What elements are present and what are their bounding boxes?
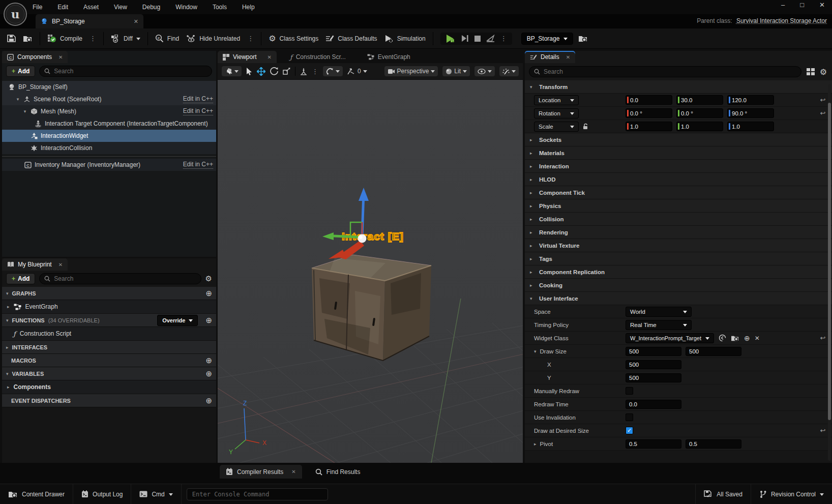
close-icon[interactable]: ✕ xyxy=(566,54,570,60)
console-command-input[interactable] xyxy=(187,488,328,500)
snap-options-icon[interactable]: ⋮ xyxy=(312,68,318,75)
timing-policy-dropdown[interactable]: Real Time xyxy=(626,320,692,330)
eventgraph-row[interactable]: ▸ EventGraph xyxy=(2,300,216,314)
gear-icon[interactable]: ⚙ xyxy=(820,67,827,77)
close-window-button[interactable]: ✕ xyxy=(819,1,825,9)
browse-to-asset-icon[interactable] xyxy=(731,335,739,342)
lock-open-icon[interactable] xyxy=(582,123,588,130)
tree-row-scene-root[interactable]: ▾ Scene Root (SceneRoot) Edit in C++ xyxy=(2,93,216,105)
location-y-field[interactable] xyxy=(676,95,723,105)
lit-mode-dropdown[interactable]: Lit xyxy=(442,66,470,76)
rotation-snap-dropdown[interactable] xyxy=(323,66,343,76)
details-search[interactable] xyxy=(529,66,801,77)
add-event-dispatcher-icon[interactable]: ⊕ xyxy=(205,396,212,405)
compile-button[interactable]: Compile xyxy=(47,34,82,43)
interfaces-section-header[interactable]: ▸ INTERFACES xyxy=(2,341,216,354)
draw-at-desired-size-checkbox[interactable]: ✓ xyxy=(626,427,633,434)
components-search[interactable] xyxy=(39,66,212,77)
section-materials[interactable]: ▸Materials xyxy=(525,146,832,160)
use-invalidation-checkbox[interactable]: ✓ xyxy=(626,413,633,421)
section-component-tick[interactable]: ▸Component Tick xyxy=(525,186,832,199)
rotation-z-field[interactable] xyxy=(727,108,774,118)
active-blueprint-dropdown[interactable]: BP_Storage xyxy=(521,33,574,45)
scrollbar-thumb[interactable] xyxy=(828,103,831,420)
section-sockets[interactable]: ▸Sockets xyxy=(525,133,832,146)
class-defaults-button[interactable]: Class Defaults xyxy=(325,35,377,42)
caret-down-icon[interactable]: ▾ xyxy=(22,109,27,114)
tree-row-inventory-manager[interactable]: C Inventory Manager (InventoryManager) E… xyxy=(2,159,216,171)
section-virtual-texture[interactable]: ▸Virtual Texture xyxy=(525,239,832,252)
caret-right-icon[interactable]: ▸ xyxy=(7,304,10,309)
macros-section-header[interactable]: MACROS ⊕ xyxy=(2,354,216,367)
menu-edit[interactable]: Edit xyxy=(57,4,68,11)
revision-control-button[interactable]: Revision Control xyxy=(751,484,832,504)
parent-class-link[interactable]: Survival Interaction Storage Actor xyxy=(736,17,827,24)
rotation-dropdown[interactable]: Rotation xyxy=(534,108,579,118)
stop-icon[interactable] xyxy=(474,35,481,42)
add-blueprint-item-button[interactable]: + Add xyxy=(6,273,35,284)
hide-unrelated-button[interactable]: Hide Unrelated xyxy=(186,35,240,43)
reset-draw-at-desired-size-icon[interactable]: ↩ xyxy=(818,427,828,434)
add-macro-icon[interactable]: ⊕ xyxy=(205,356,212,365)
section-cooking[interactable]: ▸Cooking xyxy=(525,279,832,292)
scale-y-field[interactable] xyxy=(676,122,723,131)
tree-row-mesh[interactable]: ▾ Mesh (Mesh) Edit in C++ xyxy=(2,105,216,117)
location-z-field[interactable] xyxy=(727,95,774,105)
close-icon[interactable]: ✕ xyxy=(58,54,63,60)
components-search-input[interactable] xyxy=(54,68,207,75)
frame-skip-icon[interactable] xyxy=(461,35,469,42)
my-blueprint-tab[interactable]: My Blueprint ✕ xyxy=(2,258,68,271)
show-flags-dropdown[interactable] xyxy=(474,66,495,76)
variables-section-header[interactable]: ▾ VARIABLES ⊕ xyxy=(2,367,216,380)
asset-tab-bp-storage[interactable]: BP_Storage ✕ xyxy=(36,14,143,28)
unreal-logo[interactable]: u xyxy=(3,2,27,26)
close-icon[interactable]: ✕ xyxy=(58,262,63,268)
add-function-icon[interactable]: ⊕ xyxy=(205,316,212,325)
add-component-button[interactable]: + Add xyxy=(6,66,35,77)
browse-blueprint-icon[interactable] xyxy=(578,35,588,43)
diff-button[interactable]: Diff xyxy=(111,35,140,43)
draw-size-y-field[interactable] xyxy=(686,347,741,356)
caret-right-icon[interactable]: ▸ xyxy=(7,384,10,390)
perspective-dropdown[interactable]: Perspective xyxy=(384,66,438,76)
scale-x-field[interactable] xyxy=(626,122,672,131)
reset-rotation-icon[interactable]: ↩ xyxy=(818,109,828,117)
add-variable-icon[interactable]: ⊕ xyxy=(205,369,212,378)
widget-class-dropdown[interactable]: W_InteractionPrompt_Target xyxy=(626,333,714,343)
section-collision[interactable]: ▸Collision xyxy=(525,213,832,226)
play-icon[interactable] xyxy=(445,34,456,43)
override-dropdown[interactable]: Override xyxy=(157,315,198,326)
section-hlod[interactable]: ▸HLOD xyxy=(525,173,832,186)
y-field[interactable] xyxy=(626,373,681,382)
display-filter-icon[interactable] xyxy=(807,68,815,75)
edit-in-cpp-link[interactable]: Edit in C++ xyxy=(183,107,213,115)
simulation-button[interactable]: Simulation xyxy=(384,35,426,43)
launch-icon[interactable] xyxy=(486,35,495,42)
close-icon[interactable]: ✕ xyxy=(267,54,271,60)
output-log-button[interactable]: Output Log xyxy=(73,484,131,504)
components-tab[interactable]: C Components ✕ xyxy=(2,51,68,63)
menu-asset[interactable]: Asset xyxy=(83,4,99,11)
space-dropdown[interactable]: World xyxy=(626,307,692,317)
menu-file[interactable]: File xyxy=(33,4,42,11)
my-blueprint-search-input[interactable] xyxy=(54,275,196,282)
close-icon[interactable]: ✕ xyxy=(134,18,138,25)
redraw-time-field[interactable] xyxy=(626,400,681,409)
construction-script-row[interactable]: ƒ Construction Script xyxy=(2,327,216,341)
event-dispatchers-section-header[interactable]: EVENT DISPATCHERS ⊕ xyxy=(2,394,216,407)
menu-help[interactable]: Help xyxy=(242,4,255,11)
transform-section-header[interactable]: ▾ Transform xyxy=(525,80,832,94)
location-x-field[interactable] xyxy=(626,95,672,105)
move-tool-icon[interactable] xyxy=(257,67,265,76)
details-tab[interactable]: Details ✕ xyxy=(525,51,575,63)
close-icon[interactable]: ✕ xyxy=(291,469,295,475)
browse-asset-icon[interactable] xyxy=(23,35,33,43)
add-graph-icon[interactable]: ⊕ xyxy=(205,289,212,298)
tree-row-interaction-widget[interactable]: InteractionWidget xyxy=(2,130,216,142)
gear-icon[interactable]: ⚙ xyxy=(205,274,212,283)
find-results-tab[interactable]: Find Results xyxy=(309,465,367,479)
select-tool-icon[interactable] xyxy=(246,68,252,75)
scale-z-field[interactable] xyxy=(727,122,774,131)
section-component-replication[interactable]: ▸Component Replication xyxy=(525,265,832,279)
add-icon[interactable]: ⊕ xyxy=(744,334,750,342)
